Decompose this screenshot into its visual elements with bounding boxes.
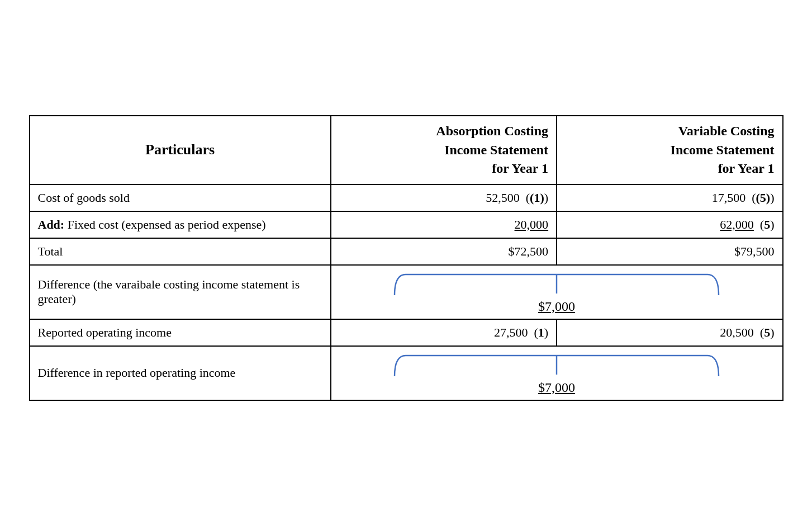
- cogs-variable: 17,500 ((5)): [557, 184, 782, 211]
- total-row: Total $72,500 $79,500: [30, 238, 783, 265]
- fixed-cost-variable: 62,000 (5): [557, 211, 782, 238]
- difference-cost-row: Difference (the varaibale costing income…: [30, 265, 783, 319]
- absorption-header: Absorption Costing Income Statement for …: [331, 116, 557, 184]
- difference-cost-brace-cell: $7,000: [331, 265, 783, 319]
- header-row: Particulars Absorption Costing Income St…: [30, 116, 783, 184]
- fixed-cost-absorption: 20,000: [331, 211, 557, 238]
- operating-income-absorption: 27,500 (1): [331, 319, 557, 346]
- particulars-header: Particulars: [30, 116, 331, 184]
- total-variable: $79,500: [557, 238, 782, 265]
- fixed-cost-label: Add: Fixed cost (expensed as period expe…: [30, 211, 331, 238]
- difference-income-label: Difference in reported operating income: [30, 346, 331, 400]
- operating-income-row: Reported operating income 27,500 (1) 20,…: [30, 319, 783, 346]
- total-absorption: $72,500: [331, 238, 557, 265]
- operating-income-label: Reported operating income: [30, 319, 331, 346]
- total-label: Total: [30, 238, 331, 265]
- cogs-absorption: 52,500 ((1)): [331, 184, 557, 211]
- brace-svg-income: [378, 351, 735, 379]
- difference-income-row: Difference in reported operating income …: [30, 346, 783, 400]
- cogs-label: Cost of goods sold: [30, 184, 331, 211]
- brace-svg-cost: [378, 270, 735, 298]
- operating-income-variable: 20,500 (5): [557, 319, 782, 346]
- income-comparison-table: Particulars Absorption Costing Income St…: [29, 115, 783, 401]
- difference-income-brace-cell: $7,000: [331, 346, 783, 400]
- variable-header: Variable Costing Income Statement for Ye…: [557, 116, 782, 184]
- cogs-row: Cost of goods sold 52,500 ((1)) 17,500 (…: [30, 184, 783, 211]
- difference-cost-label: Difference (the varaibale costing income…: [30, 265, 331, 319]
- fixed-cost-row: Add: Fixed cost (expensed as period expe…: [30, 211, 783, 238]
- main-table-container: Particulars Absorption Costing Income St…: [29, 115, 783, 401]
